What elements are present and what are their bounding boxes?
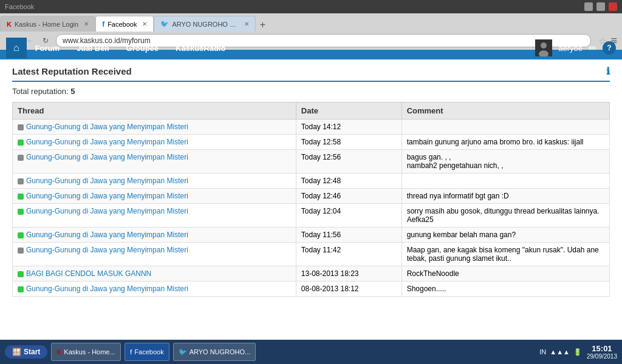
help-button[interactable]: ? — [603, 41, 616, 55]
rep-dot — [18, 178, 24, 184]
table-row: Gunung-Gunung di Jawa yang Menyimpan Mis… — [13, 228, 610, 243]
comment-cell: Shogoen..... — [402, 281, 609, 297]
date-cell: Today 12:56 — [296, 150, 402, 174]
table-row: Gunung-Gunung di Jawa yang Menyimpan Mis… — [13, 204, 610, 228]
clock: 15:01 — [587, 344, 617, 353]
thread-link[interactable]: BAGI BAGI CENDOL MASUK GANNN — [26, 269, 151, 278]
table-row: Gunung-Gunung di Jawa yang Menyimpan Mis… — [13, 189, 610, 204]
section-header: Latest Reputation Received ℹ — [12, 66, 610, 82]
tab-twitter-icon: 🐦 — [160, 20, 169, 28]
tab-kaskus-icon: K — [7, 21, 12, 28]
taskbar-twitter[interactable]: 🐦 ARYO NUGROHO... — [173, 343, 256, 361]
taskbar-twitter-label: ARYO NUGROHO... — [190, 348, 251, 356]
comment-cell — [402, 120, 609, 135]
thread-link[interactable]: Gunung-Gunung di Jawa yang Menyimpan Mis… — [26, 153, 188, 161]
start-button[interactable]: 🪟 Start — [5, 345, 47, 359]
taskbar-kaskus[interactable]: K Kaskus - Home... — [51, 343, 120, 361]
thread-link[interactable]: Gunung-Gunung di Jawa yang Menyimpan Mis… — [26, 177, 188, 185]
thread-header: Thread — [13, 103, 296, 120]
thread-cell: Gunung-Gunung di Jawa yang Menyimpan Mis… — [13, 281, 296, 297]
minimize-button[interactable] — [584, 2, 593, 11]
new-tab-button[interactable]: + — [256, 18, 269, 32]
tab-kaskus-label: Kaskus - Home Login — [15, 21, 78, 28]
date-cell: Today 12:58 — [296, 135, 402, 150]
date-cell: Today 12:46 — [296, 189, 402, 204]
rep-dot — [18, 194, 24, 200]
tab-facebook-close[interactable]: ✕ — [142, 21, 147, 27]
date-cell: 13-08-2013 18:23 — [296, 266, 402, 281]
username-label: aeryoe — [558, 44, 583, 53]
lang-icon: IN — [539, 348, 546, 356]
thread-link[interactable]: Gunung-Gunung di Jawa yang Menyimpan Mis… — [26, 285, 188, 293]
thread-cell: Gunung-Gunung di Jawa yang Menyimpan Mis… — [13, 120, 296, 135]
date-cell: Today 11:56 — [296, 228, 402, 243]
rep-dot — [18, 209, 24, 215]
battery-icon: 🔋 — [573, 348, 582, 356]
thread-cell: Gunung-Gunung di Jawa yang Menyimpan Mis… — [13, 243, 296, 266]
title-bar: Facebook — [0, 0, 622, 13]
taskbar-twitter-icon: 🐦 — [179, 348, 187, 356]
nav-forum[interactable]: Forum — [27, 39, 68, 58]
taskbar-facebook-label: Facebook — [134, 348, 163, 356]
table-row: BAGI BAGI CENDOL MASUK GANNN13-08-2013 1… — [13, 266, 610, 281]
total-value: 5 — [70, 87, 75, 96]
date-cell: Today 11:42 — [296, 243, 402, 266]
start-label: Start — [24, 348, 40, 356]
rep-dot — [18, 155, 24, 161]
tab-twitter[interactable]: 🐦 ARYO NUGROHO P (aery... ✕ — [154, 16, 256, 32]
taskbar-kaskus-icon: K — [56, 348, 61, 356]
total-reputation: Total reputation: 5 — [12, 87, 610, 96]
nav-jual-beli[interactable]: Jual Beli — [68, 39, 117, 58]
svg-point-1 — [541, 42, 547, 49]
thread-link[interactable]: Gunung-Gunung di Jawa yang Menyimpan Mis… — [26, 207, 188, 215]
browser-chrome: Facebook K Kaskus - Home Login ✕ f Faceb… — [0, 0, 622, 36]
rep-dot — [18, 232, 24, 238]
comment-cell: thread nya informatif bgt gan :D — [402, 189, 609, 204]
table-header-row: Thread Date Comment — [13, 103, 610, 120]
start-icon: 🪟 — [12, 348, 21, 356]
tab-kaskus-close[interactable]: ✕ — [84, 21, 89, 27]
taskbar: 🪟 Start K Kaskus - Home... f Facebook 🐦 … — [0, 340, 622, 364]
window-controls[interactable] — [584, 2, 617, 11]
thread-cell: Gunung-Gunung di Jawa yang Menyimpan Mis… — [13, 204, 296, 228]
tab-facebook[interactable]: f Facebook ✕ — [95, 16, 154, 32]
comment-cell: gunung kembar belah mana gan? — [402, 228, 609, 243]
nav-groupee[interactable]: Groupee — [118, 39, 167, 58]
nav-kaskus-radio[interactable]: KaskusRadio — [167, 39, 234, 58]
date-cell: 08-08-2013 18:12 — [296, 281, 402, 297]
taskbar-facebook[interactable]: f Facebook — [125, 343, 169, 361]
signal-icon: ▲▲▲ — [550, 348, 570, 356]
taskbar-kaskus-label: Kaskus - Home... — [64, 348, 115, 356]
thread-link[interactable]: Gunung-Gunung di Jawa yang Menyimpan Mis… — [26, 138, 188, 146]
thread-link[interactable]: Gunung-Gunung di Jawa yang Menyimpan Mis… — [26, 246, 188, 254]
info-icon[interactable]: ℹ — [606, 66, 610, 77]
tab-kaskus[interactable]: K Kaskus - Home Login ✕ — [0, 16, 95, 32]
tab-facebook-icon: f — [102, 20, 104, 29]
rep-dot — [18, 271, 24, 277]
date-cell: Today 14:12 — [296, 120, 402, 135]
rep-dot — [18, 140, 24, 146]
tab-facebook-label: Facebook — [108, 21, 137, 28]
taskbar-time: 15:01 29/09/2013 — [587, 344, 617, 360]
total-label: Total reputation: — [12, 87, 69, 96]
table-row: Gunung-Gunung di Jawa yang Menyimpan Mis… — [13, 243, 610, 266]
rep-dot — [18, 286, 24, 292]
avatar-icon — [535, 39, 552, 56]
thread-link[interactable]: Gunung-Gunung di Jawa yang Menyimpan Mis… — [26, 123, 188, 131]
edit-profile-button[interactable]: ✏ — [589, 42, 596, 54]
tab-twitter-close[interactable]: ✕ — [244, 21, 249, 27]
maximize-button[interactable] — [596, 2, 605, 11]
comment-cell — [402, 174, 609, 189]
rep-dot — [18, 124, 24, 130]
section-title: Latest Reputation Received — [12, 66, 132, 76]
home-button[interactable]: ⌂ — [6, 38, 27, 58]
table-row: Gunung-Gunung di Jawa yang Menyimpan Mis… — [13, 174, 610, 189]
thread-link[interactable]: Gunung-Gunung di Jawa yang Menyimpan Mis… — [26, 192, 188, 200]
thread-link[interactable]: Gunung-Gunung di Jawa yang Menyimpan Mis… — [26, 231, 188, 239]
thread-cell: Gunung-Gunung di Jawa yang Menyimpan Mis… — [13, 150, 296, 174]
date: 29/09/2013 — [587, 353, 617, 360]
comment-cell: tambain gunung arjuno ama bromo bro. id … — [402, 135, 609, 150]
comment-cell: Maap gan, ane kagak bisa komeng "akun ru… — [402, 243, 609, 266]
close-button[interactable] — [609, 2, 617, 11]
comment-header: Comment — [402, 103, 609, 120]
